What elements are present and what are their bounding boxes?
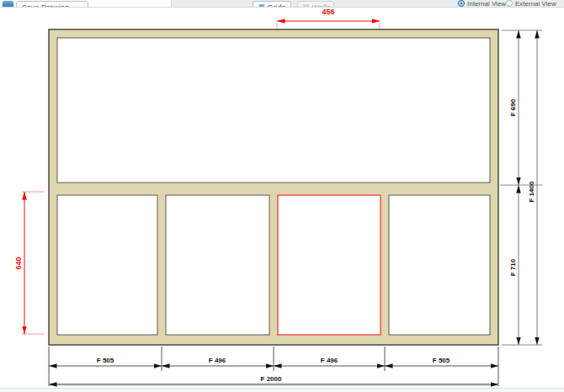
drawing-canvas[interactable]: 456 640 F 690 F 710 F 1400 xyxy=(0,8,564,388)
bottom-dimensions: F 505 F 496 F 496 F 505 F 2000 xyxy=(49,347,498,386)
top-panel[interactable] xyxy=(57,38,490,183)
toolbar-left-section: Save Drawing xyxy=(0,0,172,7)
bottom-panel-4[interactable] xyxy=(389,195,490,335)
dim-right-lower: F 710 xyxy=(509,258,517,276)
page: Save Drawing ▦ Grids ▤ Walls Internal Vi… xyxy=(0,0,564,392)
save-drawing-button[interactable]: Save Drawing xyxy=(16,1,88,8)
right-dimensions: F 690 F 710 F 1400 xyxy=(500,30,542,345)
dim-bottom-2: F 496 xyxy=(209,357,226,364)
grids-toggle-button[interactable]: ▦ Grids xyxy=(253,1,291,8)
dim-bottom-3: F 496 xyxy=(321,357,338,364)
radio-unselected-icon xyxy=(506,0,513,7)
dim-bottom-overall: F 2000 xyxy=(261,375,282,383)
app-icon[interactable] xyxy=(3,1,13,8)
internal-view-label: Internal View xyxy=(467,0,506,8)
selected-width-value[interactable]: 456 xyxy=(322,8,334,16)
selected-height-dimension: 640 xyxy=(14,192,45,334)
dim-bottom-1: F 505 xyxy=(97,357,114,364)
external-view-radio[interactable]: External View xyxy=(506,0,556,8)
dim-right-upper: F 690 xyxy=(509,98,517,116)
selected-width-dimension: 456 xyxy=(277,8,380,29)
external-view-label: External View xyxy=(515,0,556,8)
canvas-bottom-edge xyxy=(0,388,564,392)
bottom-panel-1[interactable] xyxy=(57,195,157,335)
walls-toggle-button[interactable]: ▤ Walls xyxy=(297,1,334,8)
radio-selected-icon xyxy=(458,0,465,7)
dim-right-overall: F 1400 xyxy=(528,181,535,202)
selected-height-value[interactable]: 640 xyxy=(14,257,23,269)
dim-bottom-4: F 505 xyxy=(433,357,450,364)
frame-drawing: 456 640 F 690 F 710 F 1400 xyxy=(0,8,564,388)
bottom-panel-3-selected[interactable] xyxy=(278,195,380,335)
internal-view-radio[interactable]: Internal View xyxy=(458,0,506,8)
app-toolbar: Save Drawing ▦ Grids ▤ Walls Internal Vi… xyxy=(0,0,564,8)
bottom-panel-2[interactable] xyxy=(166,195,269,335)
